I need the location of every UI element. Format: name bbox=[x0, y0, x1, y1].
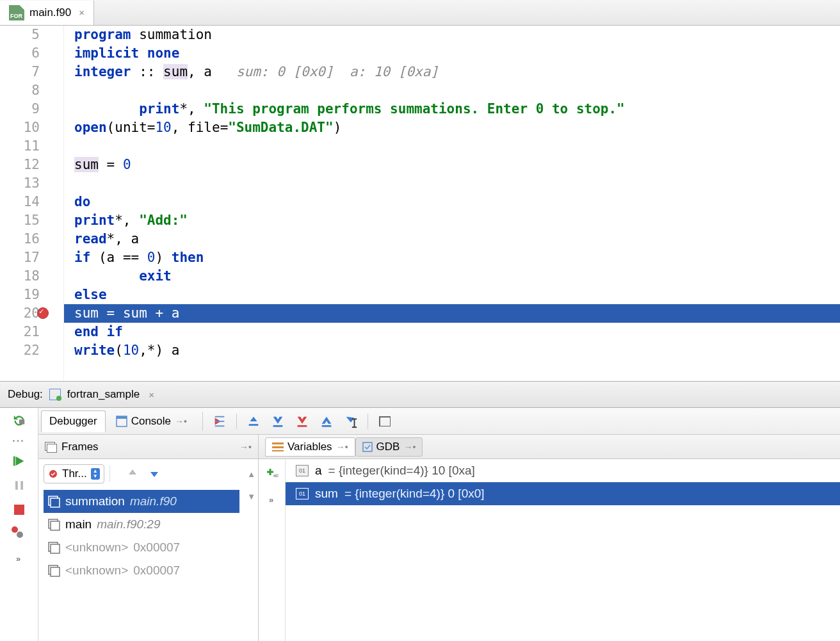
code-line[interactable]: end if bbox=[64, 323, 840, 341]
line-number[interactable]: 22 bbox=[0, 341, 40, 360]
line-number[interactable]: 14 bbox=[0, 193, 40, 211]
debug-panel: ••• » Debugger Console →• bbox=[0, 408, 840, 641]
line-number[interactable]: 19 bbox=[0, 286, 40, 304]
line-number[interactable]: 17 bbox=[0, 248, 40, 267]
stack-frame[interactable]: summationmain.f90 bbox=[44, 490, 239, 513]
frame-icon bbox=[47, 495, 60, 508]
code-line[interactable]: print*, "This program performs summation… bbox=[64, 100, 840, 118]
tab-console[interactable]: Console →• bbox=[108, 411, 195, 432]
variables-panel: Variables →• GDB →• bbox=[259, 435, 840, 641]
variable-name: sum bbox=[315, 487, 338, 501]
stop-button[interactable] bbox=[12, 502, 27, 517]
tab-debugger[interactable]: Debugger bbox=[41, 410, 106, 432]
code-line[interactable]: if (a == 0) then bbox=[64, 248, 840, 267]
console-icon bbox=[116, 416, 127, 427]
scroll-down-icon[interactable]: ▼ bbox=[247, 492, 255, 501]
frame-down-button[interactable] bbox=[149, 467, 160, 481]
step-out-button[interactable] bbox=[316, 413, 337, 430]
chevron-updown-icon: ▲▼ bbox=[91, 468, 100, 480]
code-line[interactable] bbox=[64, 81, 840, 100]
step-into-button[interactable] bbox=[268, 413, 288, 430]
run-config-name: fortran_sample bbox=[67, 388, 140, 401]
tab-console-label: Console bbox=[131, 415, 171, 428]
code-area[interactable]: program summationimplicit noneinteger ::… bbox=[64, 26, 840, 381]
debug-left-toolbar: ••• » bbox=[0, 408, 38, 641]
code-line[interactable]: write(10,*) a bbox=[64, 341, 840, 360]
code-line[interactable]: exit bbox=[64, 267, 840, 286]
code-line[interactable]: open(unit=10, file="SumData.DAT") bbox=[64, 118, 840, 137]
line-number[interactable]: 12 bbox=[0, 156, 40, 174]
variables-list[interactable]: 01a= {integer(kind=4)} 10 [0xa]01sum= {i… bbox=[286, 459, 840, 641]
code-line[interactable]: sum = sum + a bbox=[64, 304, 840, 323]
stack-frame[interactable]: mainmain.f90:29 bbox=[44, 513, 239, 536]
breakpoint-icon[interactable] bbox=[37, 307, 49, 319]
tab-variables[interactable]: Variables →• bbox=[265, 437, 355, 457]
line-number[interactable]: 16 bbox=[0, 230, 40, 248]
fold-strip bbox=[55, 26, 64, 381]
evaluate-expression-button[interactable] bbox=[375, 413, 395, 430]
close-icon[interactable]: × bbox=[149, 389, 154, 400]
thread-selector[interactable]: Thr... ▲▼ bbox=[44, 464, 104, 483]
gdb-label: GDB bbox=[376, 441, 400, 453]
pause-button[interactable] bbox=[12, 478, 27, 493]
code-line[interactable]: implicit none bbox=[64, 44, 840, 63]
resume-button[interactable] bbox=[12, 453, 27, 469]
debug-label: Debug: bbox=[8, 388, 43, 401]
code-line[interactable]: print*, "Add:" bbox=[64, 211, 840, 230]
line-number[interactable]: 9 bbox=[0, 100, 40, 118]
code-line[interactable]: program summation bbox=[64, 26, 840, 44]
frames-title: Frames bbox=[61, 441, 99, 453]
tab-filename: main.f90 bbox=[29, 6, 71, 19]
line-number[interactable]: 20 bbox=[0, 304, 40, 323]
svg-rect-20 bbox=[51, 521, 60, 530]
frames-scrollbar[interactable]: ▲ ▼ bbox=[245, 459, 258, 641]
more-button[interactable]: » bbox=[12, 551, 27, 566]
view-breakpoints-button[interactable] bbox=[12, 526, 27, 542]
code-line[interactable]: sum = 0 bbox=[64, 156, 840, 174]
code-line[interactable]: read*, a bbox=[64, 230, 840, 248]
line-number[interactable]: 21 bbox=[0, 323, 40, 341]
new-watch-button[interactable]: ab bbox=[266, 466, 279, 480]
line-number[interactable]: 11 bbox=[0, 137, 40, 156]
stack-frame[interactable]: <unknown>0x00007 bbox=[44, 536, 239, 559]
line-number[interactable]: 5 bbox=[0, 26, 40, 44]
thread-label: Thr... bbox=[62, 467, 87, 480]
close-icon[interactable]: × bbox=[79, 7, 85, 18]
svg-rect-1 bbox=[13, 457, 15, 466]
frame-icon bbox=[47, 518, 60, 531]
run-to-cursor-button[interactable] bbox=[341, 413, 361, 430]
svg-rect-3 bbox=[20, 481, 23, 490]
svg-rect-22 bbox=[51, 544, 60, 553]
line-number[interactable]: 10 bbox=[0, 118, 40, 137]
line-number[interactable]: 13 bbox=[0, 174, 40, 193]
line-number[interactable]: 15 bbox=[0, 211, 40, 230]
svg-rect-18 bbox=[51, 498, 60, 507]
line-number[interactable]: 7 bbox=[0, 63, 40, 81]
code-line[interactable] bbox=[64, 174, 840, 193]
tab-gdb[interactable]: GDB →• bbox=[355, 437, 423, 457]
line-number[interactable]: 6 bbox=[0, 44, 40, 63]
type-icon: 01 bbox=[296, 465, 309, 476]
type-icon: 01 bbox=[296, 488, 309, 499]
editor-tab-main[interactable]: FOR main.f90 × bbox=[0, 1, 94, 25]
line-number[interactable]: 18 bbox=[0, 267, 40, 286]
scroll-up-icon[interactable]: ▲ bbox=[247, 469, 255, 479]
force-step-into-button[interactable] bbox=[292, 413, 312, 430]
code-editor[interactable]: 5678910111213141516171819202122 program … bbox=[0, 26, 840, 381]
code-line[interactable] bbox=[64, 137, 840, 156]
rerun-button[interactable] bbox=[12, 413, 27, 428]
variable-row[interactable]: 01a= {integer(kind=4)} 10 [0xa] bbox=[286, 459, 840, 482]
variables-icon bbox=[272, 442, 284, 451]
line-number[interactable]: 8 bbox=[0, 81, 40, 100]
more-button[interactable]: » bbox=[264, 492, 280, 507]
code-line[interactable]: else bbox=[64, 286, 840, 304]
code-line[interactable]: do bbox=[64, 193, 840, 211]
variable-row[interactable]: 01sum= {integer(kind=4)} 0 [0x0] bbox=[286, 482, 840, 505]
frame-up-button[interactable] bbox=[127, 467, 138, 481]
step-over-button[interactable] bbox=[243, 413, 264, 430]
stack-frame[interactable]: <unknown>0x00007 bbox=[44, 559, 239, 582]
pin-icon[interactable]: →• bbox=[239, 442, 252, 452]
code-line[interactable]: integer :: sum, a sum: 0 [0x0] a: 10 [0x… bbox=[64, 63, 840, 81]
show-execution-point-button[interactable] bbox=[209, 413, 230, 430]
svg-rect-24 bbox=[51, 567, 60, 576]
